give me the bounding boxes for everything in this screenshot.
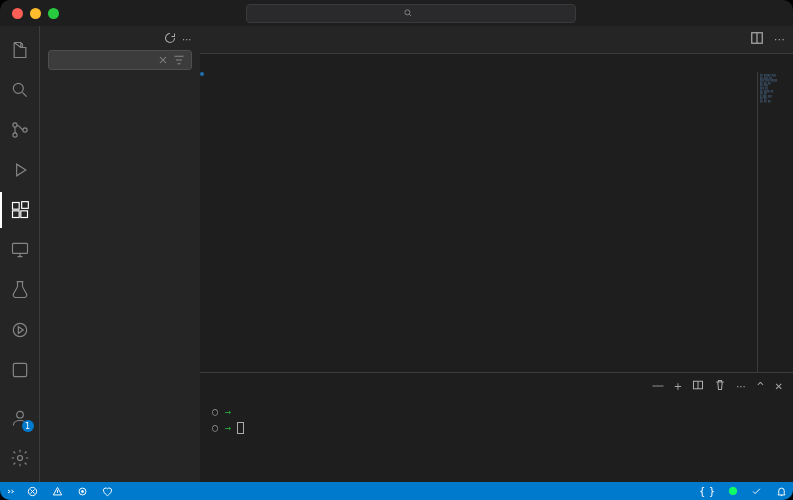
search-tab[interactable] bbox=[0, 72, 40, 108]
notifications-icon[interactable] bbox=[776, 486, 787, 497]
extensions-tab[interactable] bbox=[0, 192, 40, 228]
terminal-maximize-icon[interactable]: ^ bbox=[756, 381, 764, 392]
filter-icon[interactable] bbox=[173, 54, 185, 66]
minimap[interactable]: ██ █████ █████ ███ █████ ███ ███████ ██ … bbox=[757, 72, 793, 372]
code-editor[interactable]: ██ █████ █████ ███ █████ ███ ███████ ██ … bbox=[200, 72, 793, 372]
terminal-cursor bbox=[237, 422, 244, 434]
svg-rect-14 bbox=[13, 363, 26, 376]
language-mode[interactable]: { } bbox=[699, 486, 719, 497]
activity-bar: 1 bbox=[0, 26, 40, 482]
panel-tabs: + ⋯ ^ ✕ bbox=[200, 373, 793, 399]
svg-point-6 bbox=[12, 133, 16, 137]
svg-point-16 bbox=[17, 456, 22, 461]
code-content[interactable] bbox=[234, 72, 757, 372]
fullscreen-window-button[interactable] bbox=[48, 8, 59, 19]
editor-tabs: ⋯ bbox=[200, 26, 793, 54]
extension-search-field[interactable] bbox=[48, 50, 192, 70]
clear-search-icon[interactable] bbox=[157, 54, 169, 66]
terminal-more-icon[interactable]: ⋯ bbox=[736, 381, 746, 392]
svg-point-5 bbox=[12, 123, 16, 127]
svg-point-15 bbox=[16, 411, 23, 418]
editor-more-icon[interactable]: ⋯ bbox=[774, 33, 785, 46]
svg-rect-11 bbox=[21, 202, 28, 209]
command-center-search[interactable] bbox=[246, 4, 576, 23]
source-control-tab[interactable] bbox=[0, 112, 40, 148]
terminal-new-icon[interactable]: + bbox=[674, 381, 682, 392]
more-actions-icon[interactable]: ⋯ bbox=[182, 34, 192, 45]
terminal-kill-icon[interactable] bbox=[714, 379, 726, 393]
svg-point-7 bbox=[22, 128, 26, 132]
breadcrumb[interactable] bbox=[200, 54, 793, 72]
live-share-tab[interactable] bbox=[0, 312, 40, 348]
editor-split-icon[interactable] bbox=[750, 31, 764, 48]
terminal-shell-label[interactable] bbox=[652, 385, 664, 387]
bottom-panel: + ⋯ ^ ✕ ○ → ○ → bbox=[200, 372, 793, 482]
settings-gear-tab[interactable] bbox=[0, 440, 40, 476]
svg-point-21 bbox=[81, 490, 83, 492]
svg-rect-9 bbox=[12, 211, 19, 218]
prettier-status[interactable] bbox=[751, 486, 766, 497]
svg-rect-12 bbox=[12, 243, 27, 253]
refresh-icon[interactable] bbox=[164, 32, 176, 46]
accounts-badge: 1 bbox=[22, 420, 34, 432]
error-count[interactable] bbox=[27, 486, 42, 497]
extension-search-input[interactable] bbox=[53, 53, 157, 67]
accounts-tab[interactable]: 1 bbox=[0, 400, 40, 436]
extension-list[interactable] bbox=[40, 74, 200, 482]
tabnine-status[interactable] bbox=[729, 486, 741, 497]
titlebar bbox=[0, 0, 793, 26]
terminal-close-icon[interactable]: ✕ bbox=[775, 381, 783, 392]
run-debug-tab[interactable] bbox=[0, 152, 40, 188]
warning-count[interactable] bbox=[52, 486, 67, 497]
traffic-lights[interactable] bbox=[12, 8, 59, 19]
remote-indicator[interactable] bbox=[6, 486, 17, 497]
svg-point-4 bbox=[13, 83, 23, 93]
terminal-split-icon[interactable] bbox=[692, 379, 704, 393]
minimize-window-button[interactable] bbox=[30, 8, 41, 19]
explorer-tab[interactable] bbox=[0, 32, 40, 68]
status-bar: { } bbox=[0, 482, 793, 500]
extensions-sidebar: ⋯ bbox=[40, 26, 200, 482]
svg-rect-8 bbox=[12, 203, 19, 210]
remote-explorer-tab[interactable] bbox=[0, 232, 40, 268]
testing-tab[interactable] bbox=[0, 272, 40, 308]
ports-count[interactable] bbox=[77, 486, 92, 497]
sponsor-icon[interactable] bbox=[102, 486, 113, 497]
terminal-content[interactable]: ○ → ○ → bbox=[200, 399, 793, 482]
svg-point-0 bbox=[404, 10, 409, 15]
line-gutter bbox=[200, 72, 234, 372]
tabnine-tab[interactable] bbox=[0, 352, 40, 388]
svg-point-13 bbox=[13, 323, 26, 336]
svg-rect-10 bbox=[20, 211, 27, 218]
close-window-button[interactable] bbox=[12, 8, 23, 19]
search-icon bbox=[403, 8, 413, 18]
